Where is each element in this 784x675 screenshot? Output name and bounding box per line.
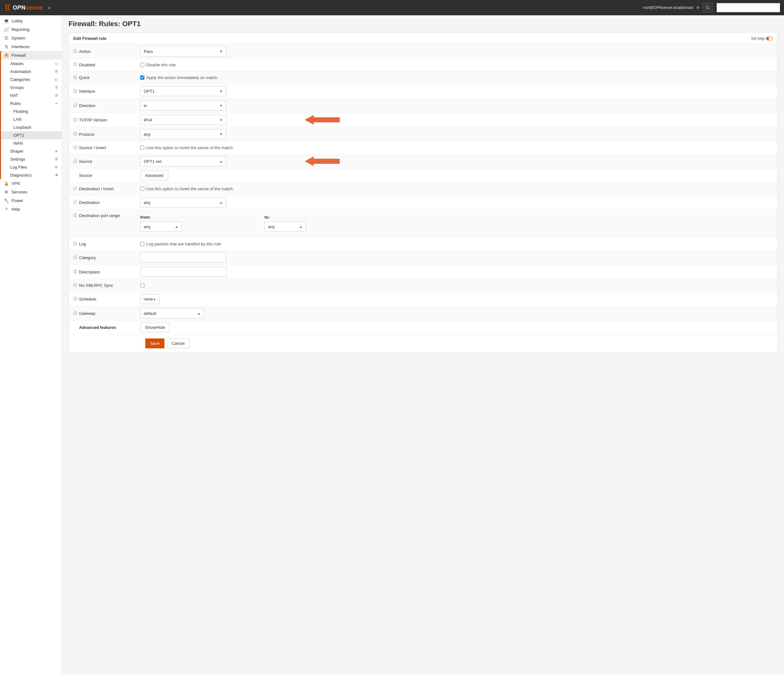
info-icon[interactable]: ⓘ [73, 132, 77, 137]
info-icon[interactable]: ⓘ [73, 145, 77, 151]
disabled-checkbox[interactable] [140, 63, 145, 67]
quick-label: Quick [79, 75, 90, 80]
nav-rules-wan[interactable]: WAN [1, 139, 62, 147]
caret-up-icon: ▲ [219, 201, 223, 204]
filter-icon: ▼ [54, 149, 58, 153]
tcpip-label: TCP/IP Version [79, 118, 107, 122]
source-advanced-button[interactable]: Advanced [140, 171, 168, 180]
chart-icon: 📈 [4, 27, 9, 32]
gear-icon: ⚙ [4, 190, 9, 194]
schedule-label: Schedule [79, 297, 96, 302]
full-help-toggle[interactable]: full help [751, 36, 773, 41]
tcpip-select[interactable]: IPv4▼ [140, 115, 226, 125]
dst-invert-label: Destination / Invert [79, 187, 114, 191]
info-icon[interactable]: ⓘ [73, 311, 77, 316]
nav-lobby[interactable]: 💻Lobby [0, 17, 62, 25]
nav-system[interactable]: ☰System [0, 34, 62, 42]
log-checkbox[interactable] [140, 242, 145, 246]
port-to-select[interactable]: any▲ [264, 221, 306, 232]
info-icon[interactable]: ⓘ [73, 283, 77, 288]
nav-interfaces[interactable]: ⇅Interfaces [0, 42, 62, 51]
nav-groups[interactable]: Groups⇅ [1, 84, 62, 92]
nav-firewall[interactable]: 🔥Firewall [0, 51, 62, 60]
quick-checkbox[interactable] [140, 76, 145, 80]
nav-automation[interactable]: Automation⚙ [1, 68, 62, 76]
info-icon[interactable]: ⓘ [73, 213, 77, 218]
user-label[interactable]: root@OPNsense.localdomain [643, 5, 694, 10]
category-input[interactable] [140, 252, 226, 263]
direction-select[interactable]: in▼ [140, 100, 226, 110]
topbar: OPNsense ‹ root@OPNsense.localdomain [0, 0, 784, 15]
dst-invert-checkbox[interactable] [140, 187, 145, 191]
nav-rules-floating[interactable]: Floating [1, 107, 62, 115]
nav-nat[interactable]: NAT⇄ [1, 92, 62, 100]
sidebar-collapse-icon[interactable]: ‹ [48, 5, 50, 11]
nav-rules-opt1[interactable]: OPT1 [1, 131, 62, 139]
nav-rules-lan[interactable]: LAN [1, 115, 62, 123]
info-icon[interactable]: ⓘ [73, 89, 77, 94]
info-icon[interactable]: ⓘ [73, 49, 77, 54]
caret-down-icon: ▼ [219, 104, 223, 107]
action-label: Action [79, 49, 90, 54]
info-icon[interactable]: ⓘ [73, 75, 77, 80]
nav-shaper[interactable]: Shaper▼ [1, 147, 62, 155]
save-button[interactable]: Save [145, 339, 165, 348]
nav-aliases[interactable]: Aliases▭ [1, 60, 62, 68]
action-select[interactable]: Pass▼ [140, 46, 226, 56]
caret-down-icon: ▼ [219, 50, 223, 53]
port-from-label: from: [140, 215, 182, 219]
search-input[interactable] [716, 3, 780, 12]
xmlrpc-checkbox[interactable] [140, 283, 145, 288]
nav-help[interactable]: ?Help [0, 205, 62, 213]
brand-logo[interactable]: OPNsense [4, 4, 43, 11]
search-button[interactable] [702, 3, 713, 12]
port-from-select[interactable]: any▲ [140, 221, 182, 232]
logo-icon [4, 4, 11, 11]
destination-select[interactable]: any▲ [140, 197, 226, 207]
nav-reporting[interactable]: 📈Reporting [0, 25, 62, 34]
nav-rules-loopback[interactable]: Loopback [1, 123, 62, 131]
info-icon[interactable]: ⓘ [73, 186, 77, 191]
cancel-button[interactable]: Cancel [167, 339, 189, 348]
caret-down-icon: ▼ [219, 90, 223, 93]
gateway-select[interactable]: default▲ [140, 308, 204, 318]
destination-label: Destination [79, 200, 100, 205]
sidebar: 💻Lobby 📈Reporting ☰System ⇅Interfaces 🔥F… [0, 15, 62, 675]
interface-select[interactable]: OPT1▼ [140, 86, 226, 96]
protocol-select[interactable]: any▼ [140, 129, 226, 139]
source-select[interactable]: OPT1 net▲ [140, 156, 226, 166]
toggle-icon [766, 37, 773, 40]
svg-point-1 [706, 6, 709, 9]
info-icon[interactable]: ⓘ [73, 62, 77, 68]
lock-icon: 🔒 [4, 181, 9, 186]
description-input[interactable] [140, 267, 226, 277]
nav-settings[interactable]: Settings⚙ [1, 155, 62, 163]
category-label: Category [79, 255, 96, 260]
disabled-label: Disabled [79, 62, 95, 67]
info-icon[interactable]: ⓘ [73, 255, 77, 260]
edit-rule-panel: Edit Firewall rule full help ⓘAction Pas… [68, 33, 778, 353]
nav-categories[interactable]: Categories🏷 [1, 76, 62, 84]
info-icon[interactable]: ⓘ [73, 241, 77, 247]
info-icon[interactable]: ⓘ [73, 200, 77, 205]
info-icon[interactable]: ⓘ [73, 296, 77, 302]
svg-line-2 [708, 8, 710, 9]
nav-services[interactable]: ⚙Services [0, 188, 62, 196]
info-icon[interactable]: ⓘ [73, 269, 77, 275]
question-icon: ? [4, 207, 9, 212]
page-title: Firewall: Rules: OPT1 [68, 20, 778, 28]
nav-vpn[interactable]: 🔒VPN [0, 179, 62, 188]
nav-diagnostics[interactable]: Diagnostics✚ [1, 171, 62, 179]
caret-up-icon: ▲ [219, 160, 223, 163]
info-icon[interactable]: ⓘ [73, 117, 77, 123]
nav-rules[interactable]: Rules✔ [1, 100, 62, 107]
wrench-icon: 🔧 [4, 198, 9, 203]
schedule-select[interactable]: none▲ [140, 294, 160, 304]
nav-power[interactable]: 🔧Power [0, 196, 62, 205]
info-icon[interactable]: ⓘ [73, 159, 77, 164]
src-invert-checkbox[interactable] [140, 146, 145, 150]
showhide-button[interactable]: Show/Hide [140, 322, 170, 333]
nav-logfiles[interactable]: Log Files👁 [1, 163, 62, 171]
server-icon: ☰ [4, 36, 9, 40]
info-icon[interactable]: ⓘ [73, 103, 77, 108]
